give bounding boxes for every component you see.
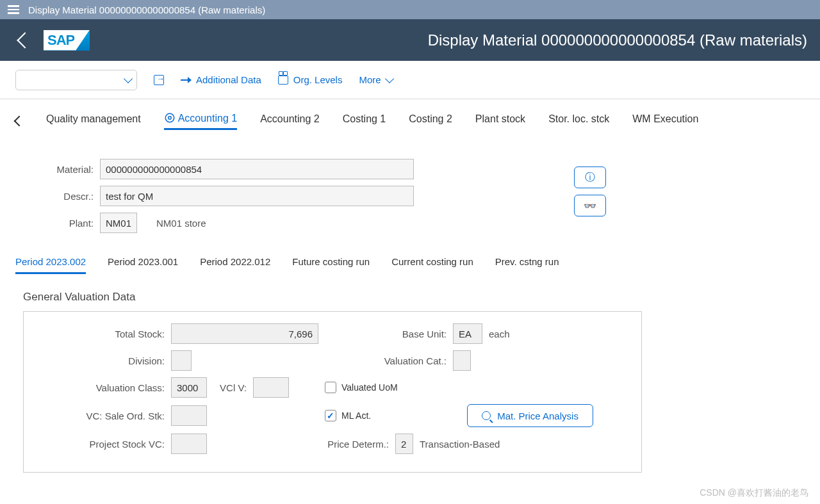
base-unit-text: each xyxy=(489,329,510,339)
price-determ-text: Transaction-Based xyxy=(420,439,500,450)
variant-dropdown[interactable] xyxy=(15,70,137,90)
valuated-uom-label: Valuated UoM xyxy=(341,382,398,393)
section-title: General Valuation Data xyxy=(23,291,805,304)
project-stock-label: Project Stock VC: xyxy=(37,439,171,450)
vc-sale-ord-field[interactable] xyxy=(171,405,207,426)
valuated-uom-checkbox[interactable] xyxy=(325,382,336,393)
arrow-right-icon xyxy=(181,79,191,81)
org-levels-button[interactable]: Org. Levels xyxy=(278,74,343,85)
tab-costing-1[interactable]: Costing 1 xyxy=(343,113,386,129)
tab-plant-stock[interactable]: Plant stock xyxy=(475,113,525,129)
svg-point-0 xyxy=(165,113,174,122)
material-label: Material: xyxy=(15,164,100,175)
header-bar: SAP Display Material 000000000000000854 … xyxy=(0,19,820,61)
window-titlebar: Display Material 000000000000000854 (Raw… xyxy=(0,0,820,19)
valuation-class-field[interactable] xyxy=(171,377,207,398)
total-stock-field[interactable] xyxy=(171,323,318,344)
tab-costing-2[interactable]: Costing 2 xyxy=(409,113,452,129)
search-icon xyxy=(482,411,491,420)
info-button[interactable]: ⓘ xyxy=(574,167,606,188)
svg-point-1 xyxy=(168,117,171,120)
tab-wm-execution[interactable]: WM Execution xyxy=(632,113,698,129)
glasses-icon: 👓 xyxy=(584,200,596,212)
chevron-down-icon xyxy=(385,74,394,83)
material-field[interactable] xyxy=(100,159,414,179)
more-label: More xyxy=(359,74,381,85)
plant-field[interactable] xyxy=(100,213,137,233)
form-area: Material: Descr.: Plant: NM01 store ⓘ 👓 … xyxy=(0,140,820,473)
info-icon: ⓘ xyxy=(585,171,595,184)
plant-text: NM01 store xyxy=(156,218,206,229)
sub-tab-prev-costing[interactable]: Prev. cstng run xyxy=(495,256,559,274)
tab-accounting-2[interactable]: Accounting 2 xyxy=(260,113,320,129)
sub-tab-period-2022[interactable]: Period 2022.012 xyxy=(200,256,270,274)
menu-icon[interactable] xyxy=(8,5,19,14)
general-valuation-section: Total Stock: Base Unit: each Division: V… xyxy=(23,311,642,473)
sub-tab-period-prev[interactable]: Period 2023.001 xyxy=(108,256,178,274)
mat-price-analysis-button[interactable]: Mat. Price Analysis xyxy=(467,404,593,427)
price-determ-label: Price Determ.: xyxy=(318,439,395,450)
ml-act-label: ML Act. xyxy=(341,411,371,421)
side-buttons: ⓘ 👓 xyxy=(574,167,606,216)
sub-tab-current-costing[interactable]: Current costing run xyxy=(391,256,473,274)
vc-sale-ord-label: VC: Sale Ord. Stk: xyxy=(37,411,171,421)
additional-data-label: Additional Data xyxy=(196,74,261,85)
exit-button[interactable] xyxy=(154,75,164,85)
base-unit-field[interactable] xyxy=(453,323,482,344)
descr-field[interactable] xyxy=(100,186,414,206)
additional-data-button[interactable]: Additional Data xyxy=(181,74,261,85)
mat-price-label: Mat. Price Analysis xyxy=(497,411,578,421)
vcl-v-field[interactable] xyxy=(253,377,289,398)
tab-stor-loc-stck[interactable]: Stor. loc. stck xyxy=(548,113,609,129)
vcl-v-label: VCl V: xyxy=(207,382,253,393)
toolbar: Additional Data Org. Levels More xyxy=(0,61,820,99)
valuation-cat-field[interactable] xyxy=(453,350,471,371)
tabs-row: Quality management Accounting 1 Accounti… xyxy=(0,99,820,140)
window-title: Display Material 000000000000000854 (Raw… xyxy=(28,4,265,15)
back-icon[interactable] xyxy=(17,32,33,48)
tab-quality-management[interactable]: Quality management xyxy=(46,113,141,129)
total-stock-label: Total Stock: xyxy=(37,329,171,339)
sap-logo: SAP xyxy=(44,30,90,51)
base-unit-label: Base Unit: xyxy=(376,329,453,339)
exit-icon xyxy=(154,75,164,85)
watermark: CSDN @喜欢打酱油的老鸟 xyxy=(700,487,808,499)
price-determ-field[interactable] xyxy=(395,434,413,454)
valuation-cat-label: Valuation Cat.: xyxy=(376,355,453,366)
page-title: Display Material 000000000000000854 (Raw… xyxy=(428,31,807,49)
org-icon xyxy=(278,76,288,85)
more-button[interactable]: More xyxy=(359,74,392,85)
accounting-icon xyxy=(164,112,176,124)
org-levels-label: Org. Levels xyxy=(293,74,343,85)
division-field[interactable] xyxy=(171,350,192,371)
sub-tab-period-current[interactable]: Period 2023.002 xyxy=(15,256,86,274)
sub-tabs: Period 2023.002 Period 2023.001 Period 2… xyxy=(15,240,805,280)
sub-tab-future-costing[interactable]: Future costing run xyxy=(292,256,370,274)
division-label: Division: xyxy=(37,355,171,366)
valuation-class-label: Valuation Class: xyxy=(37,382,171,393)
chevron-down-icon xyxy=(124,74,133,83)
project-stock-field[interactable] xyxy=(171,434,207,454)
ml-act-checkbox[interactable] xyxy=(325,410,336,421)
tabs-back-icon[interactable] xyxy=(14,116,25,127)
tab-accounting-1[interactable]: Accounting 1 xyxy=(164,112,238,130)
glasses-button[interactable]: 👓 xyxy=(574,195,606,216)
descr-label: Descr.: xyxy=(15,191,100,202)
plant-label: Plant: xyxy=(15,218,100,229)
